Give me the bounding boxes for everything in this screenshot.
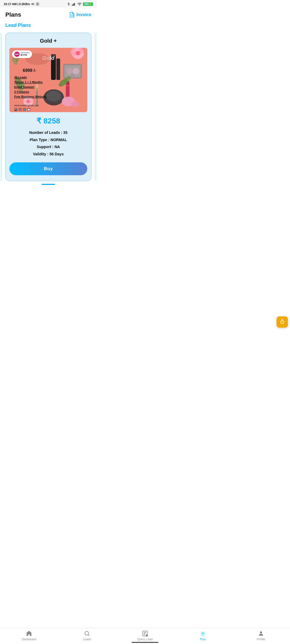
svg-rect-5	[72, 5, 72, 5]
wifi-icon	[77, 2, 82, 6]
buy-button[interactable]: Buy	[9, 162, 87, 175]
svg-point-27	[46, 91, 61, 101]
page-title: Plans	[5, 11, 21, 18]
svg-text:Email Support: Email Support	[14, 85, 34, 89]
svg-text:6999 /-: 6999 /-	[23, 68, 36, 73]
invoice-icon	[69, 12, 75, 18]
svg-text:2 Features: 2 Features	[14, 90, 29, 93]
status-time: 10:17 AM | 0.2KB/s	[4, 2, 39, 6]
svg-text:35 Leads: 35 Leads	[14, 76, 27, 79]
status-icons: 100 ⚡	[67, 2, 93, 6]
svg-text:Free Business Website: Free Business Website	[14, 95, 46, 98]
plan-validity: Validity : 56 Days	[9, 151, 87, 158]
plans-scroll[interactable]: Gold +	[0, 32, 97, 186]
invoice-label: Invoice	[77, 12, 91, 17]
svg-rect-16	[56, 58, 60, 80]
svg-text:📷: 📷	[15, 108, 17, 111]
svg-text:💬: 💬	[27, 108, 30, 111]
svg-point-19	[67, 68, 73, 74]
svg-point-20	[73, 68, 79, 74]
svg-point-21	[71, 74, 75, 78]
wb-logo: WB WEDDING BYTE	[12, 50, 32, 58]
plan-support: Support : NA	[9, 143, 87, 151]
svg-point-9	[79, 5, 80, 6]
svg-point-48	[26, 100, 30, 103]
plan-card-title: Gold +	[9, 38, 87, 44]
svg-point-40	[76, 51, 80, 55]
bluetooth-icon	[67, 2, 70, 6]
wb-circle: WB	[14, 52, 20, 57]
lead-plans-title: Lead Plans	[0, 21, 97, 32]
signal-icon	[72, 2, 76, 6]
mute-icon	[31, 2, 35, 6]
svg-point-29	[71, 101, 79, 107]
svg-text:Tenure 1 + 1 Months: Tenure 1 + 1 Months	[14, 80, 43, 84]
svg-text:www.weddingbyte.com: www.weddingbyte.com	[14, 104, 39, 107]
svg-rect-6	[73, 4, 73, 6]
svg-rect-4	[37, 3, 38, 5]
svg-rect-7	[74, 3, 74, 6]
plan-type: Plan Type : NORMAL	[9, 136, 87, 144]
battery-icon: 100 ⚡	[83, 2, 93, 6]
next-plan-card	[95, 32, 97, 181]
prev-plan-card	[0, 32, 2, 181]
plan-card-gold: Gold +	[5, 32, 92, 181]
svg-rect-8	[74, 3, 75, 5]
svg-text:🐦: 🐦	[23, 108, 26, 111]
scroll-indicator	[0, 184, 97, 185]
invoice-button[interactable]: Invoice	[69, 12, 91, 18]
header: Plans Invoice	[0, 8, 97, 21]
plan-details: Number of Leads : 35 Plan Type : NORMAL …	[9, 129, 87, 158]
svg-point-32	[36, 84, 38, 88]
plan-price: ₹ 8258	[9, 116, 87, 125]
sim-icon	[36, 2, 39, 6]
status-bar: 10:17 AM | 0.2KB/s	[0, 0, 97, 8]
plan-leads: Number of Leads : 35	[9, 129, 87, 136]
plan-image: Gold 6999 /- 35 Leads Tenure 1 + 1 Month…	[9, 48, 87, 112]
